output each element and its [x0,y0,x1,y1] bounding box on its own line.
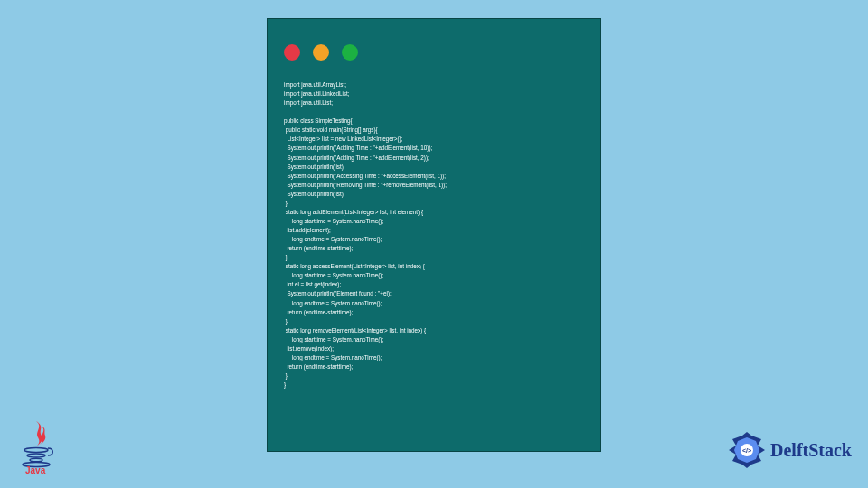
java-logo-icon: Java [18,419,61,475]
svg-point-0 [24,448,48,453]
minimize-dot-icon [313,44,329,61]
close-dot-icon [284,44,300,61]
window-dots [284,44,584,61]
delftstack-text: DelftStack [770,440,852,461]
maximize-dot-icon [342,44,358,61]
svg-text:</>: </> [742,447,751,454]
code-window: import java.util.ArrayList; import java.… [267,18,601,452]
code-content: import java.util.ArrayList; import java.… [284,80,584,389]
svg-text:Java: Java [25,465,46,475]
delftstack-badge-icon: </> [727,430,767,470]
delftstack-logo: </> DelftStack [727,430,852,470]
svg-point-2 [30,458,42,462]
svg-point-1 [27,454,45,457]
